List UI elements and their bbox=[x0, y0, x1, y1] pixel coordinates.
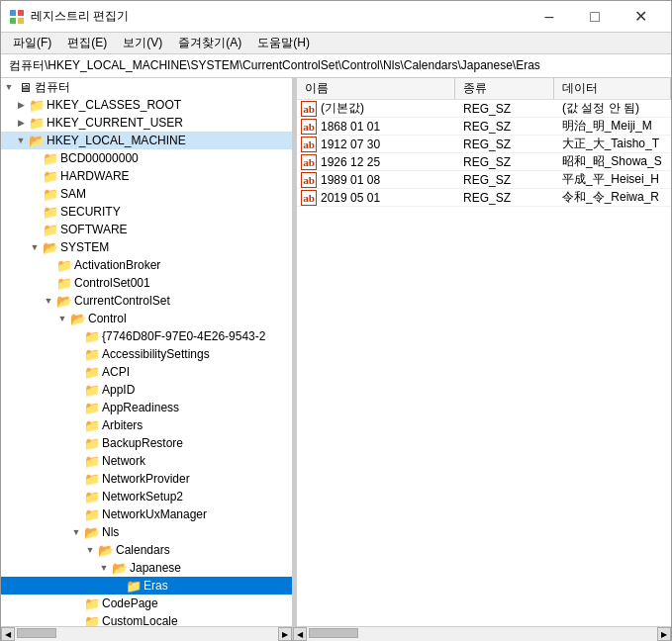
detail-cell-data: 大正_大_Taisho_T bbox=[554, 136, 671, 152]
expand-system[interactable]: ▼ bbox=[29, 241, 41, 253]
tree-label-nls: Nls bbox=[102, 525, 119, 539]
folder-appreadiness-icon: 📁 bbox=[84, 400, 100, 415]
tree-item-japanese[interactable]: ▼ 📂 Japanese bbox=[1, 559, 292, 577]
menu-view[interactable]: 보기(V) bbox=[115, 33, 170, 53]
expand-hklm[interactable]: ▼ bbox=[15, 135, 27, 146]
menu-edit[interactable]: 편집(E) bbox=[59, 33, 115, 53]
tree-item-appid[interactable]: 📁 AppID bbox=[1, 381, 292, 399]
tree-item-arbiters[interactable]: 📁 Arbiters bbox=[1, 416, 292, 434]
svg-rect-0 bbox=[10, 10, 16, 16]
tree-item-network[interactable]: 📁 Network bbox=[1, 452, 292, 470]
tree-scroll-thumb[interactable] bbox=[17, 628, 56, 638]
detail-row[interactable]: ab 1912 07 30 REG_SZ 大正_大_Taisho_T bbox=[297, 136, 671, 153]
menu-favorites[interactable]: 즐겨찾기(A) bbox=[170, 33, 249, 53]
expand-nls[interactable]: ▼ bbox=[70, 526, 82, 538]
tree-item-cset001[interactable]: 📁 ControlSet001 bbox=[1, 274, 292, 292]
minimize-button[interactable]: – bbox=[527, 1, 572, 33]
tree-item-bcd[interactable]: 📁 BCD00000000 bbox=[1, 149, 292, 167]
expand-ccs[interactable]: ▼ bbox=[43, 295, 54, 307]
folder-japanese-icon: 📂 bbox=[112, 560, 128, 576]
detail-cell-type: REG_SZ bbox=[455, 120, 554, 134]
detail-scroll-right[interactable]: ▶ bbox=[657, 627, 671, 641]
tree-scroll[interactable]: ▼ 🖥 컴퓨터 ▶ 📁 HKEY_CLASSES_ROOT ▶ 📁 HKEY_C… bbox=[1, 78, 292, 626]
tree-item-actbroker[interactable]: 📁 ActivationBroker bbox=[1, 256, 292, 274]
tree-label-hkcu: HKEY_CURRENT_USER bbox=[47, 116, 183, 130]
registry-editor-window: 레지스트리 편집기 – □ ✕ 파일(F) 편집(E) 보기(V) 즐겨찾기(A… bbox=[0, 0, 672, 641]
tree-scroll-track[interactable] bbox=[15, 627, 278, 641]
detail-row[interactable]: ab (기본값) REG_SZ (값 설정 안 됨) bbox=[297, 100, 671, 118]
tree-item-hardware[interactable]: 📁 HARDWARE bbox=[1, 167, 292, 185]
expand-calendars[interactable]: ▼ bbox=[84, 544, 96, 556]
folder-system-icon: 📂 bbox=[43, 239, 58, 255]
tree-label-hardware: HARDWARE bbox=[60, 169, 130, 183]
detail-cell-name: (기본값) bbox=[321, 100, 364, 117]
folder-nls-icon: 📂 bbox=[84, 524, 100, 540]
detail-row[interactable]: ab 1868 01 01 REG_SZ 明治_明_Meiji_M bbox=[297, 118, 671, 136]
col-header-name[interactable]: 이름 bbox=[297, 78, 455, 99]
detail-cell-data: 平成_平_Heisei_H bbox=[554, 171, 671, 188]
reg-value-icon: ab bbox=[301, 190, 317, 206]
detail-row[interactable]: ab 1989 01 08 REG_SZ 平成_平_Heisei_H bbox=[297, 171, 671, 189]
detail-scroll-track[interactable] bbox=[307, 627, 657, 641]
menu-file[interactable]: 파일(F) bbox=[5, 33, 59, 53]
tree-item-ccs[interactable]: ▼ 📂 CurrentControlSet bbox=[1, 292, 292, 310]
window-title: 레지스트리 편집기 bbox=[31, 8, 527, 25]
detail-scroll-thumb[interactable] bbox=[309, 628, 358, 638]
detail-scroll[interactable]: ab (기본값) REG_SZ (값 설정 안 됨) ab 1868 01 01… bbox=[297, 100, 671, 626]
folder-bcd-icon: 📁 bbox=[43, 150, 58, 166]
tree-item-networkuxmgr[interactable]: 📁 NetworkUxManager bbox=[1, 505, 292, 523]
tree-item-hklm[interactable]: ▼ 📂 HKEY_LOCAL_MACHINE bbox=[1, 132, 292, 149]
tree-item-nls[interactable]: ▼ 📂 Nls bbox=[1, 523, 292, 541]
tree-item-customlocale[interactable]: 📁 CustomLocale bbox=[1, 612, 292, 626]
tree-label-hklm: HKEY_LOCAL_MACHINE bbox=[47, 134, 186, 147]
tree-item-acpi[interactable]: 📁 ACPI bbox=[1, 363, 292, 381]
close-button[interactable]: ✕ bbox=[618, 1, 663, 33]
expand-hkcr[interactable]: ▶ bbox=[15, 99, 27, 111]
maximize-button[interactable]: □ bbox=[572, 1, 618, 33]
horizontal-scrollbars: ◀ ▶ ◀ ▶ bbox=[1, 626, 671, 640]
tree-item-system[interactable]: ▼ 📂 SYSTEM bbox=[1, 238, 292, 256]
tree-item-computer[interactable]: ▼ 🖥 컴퓨터 bbox=[1, 78, 292, 96]
detail-panel: 이름 종류 데이터 ab (기본값) REG_SZ (값 설정 안 됨) ab … bbox=[297, 78, 671, 626]
expand-control[interactable]: ▼ bbox=[56, 313, 68, 324]
col-header-data[interactable]: 데이터 bbox=[554, 78, 671, 99]
app-icon bbox=[9, 9, 25, 25]
tree-label-7746d: {7746D80F-97E0-4E26-9543-2 bbox=[102, 329, 265, 343]
detail-row[interactable]: ab 1926 12 25 REG_SZ 昭和_昭_Showa_S bbox=[297, 153, 671, 171]
tree-item-accessset[interactable]: 📁 AccessibilitySettings bbox=[1, 345, 292, 363]
tree-label-cset001: ControlSet001 bbox=[74, 276, 150, 290]
expand-computer[interactable]: ▼ bbox=[3, 81, 15, 93]
tree-scroll-left[interactable]: ◀ bbox=[1, 627, 15, 641]
tree-label-ccs: CurrentControlSet bbox=[74, 294, 170, 308]
tree-item-security[interactable]: 📁 SECURITY bbox=[1, 203, 292, 221]
tree-item-control[interactable]: ▼ 📂 Control bbox=[1, 310, 292, 327]
tree-item-hkcu[interactable]: ▶ 📁 HKEY_CURRENT_USER bbox=[1, 114, 292, 132]
tree-item-sam[interactable]: 📁 SAM bbox=[1, 185, 292, 203]
folder-appid-icon: 📁 bbox=[84, 382, 100, 398]
tree-item-7746d[interactable]: 📁 {7746D80F-97E0-4E26-9543-2 bbox=[1, 327, 292, 345]
tree-item-codepage[interactable]: 📁 CodePage bbox=[1, 595, 292, 612]
detail-scroll-left[interactable]: ◀ bbox=[293, 627, 307, 641]
tree-item-software[interactable]: 📁 SOFTWARE bbox=[1, 221, 292, 238]
tree-item-calendars[interactable]: ▼ 📂 Calendars bbox=[1, 541, 292, 559]
menu-help[interactable]: 도움말(H) bbox=[249, 33, 318, 53]
folder-accessset-icon: 📁 bbox=[84, 346, 100, 362]
tree-label-accessset: AccessibilitySettings bbox=[102, 347, 210, 361]
tree-item-hkcr[interactable]: ▶ 📁 HKEY_CLASSES_ROOT bbox=[1, 96, 292, 114]
tree-label-arbiters: Arbiters bbox=[102, 418, 143, 432]
detail-row[interactable]: ab 2019 05 01 REG_SZ 令和_令_Reiwa_R bbox=[297, 189, 671, 207]
expand-hkcu[interactable]: ▶ bbox=[15, 117, 27, 129]
tree-item-networksetup2[interactable]: 📁 NetworkSetup2 bbox=[1, 488, 292, 505]
tree-label-sam: SAM bbox=[60, 187, 86, 201]
tree-label-hkcr: HKEY_CLASSES_ROOT bbox=[47, 98, 181, 112]
expand-japanese[interactable]: ▼ bbox=[98, 562, 110, 574]
tree-item-backuprestore[interactable]: 📁 BackupRestore bbox=[1, 434, 292, 452]
tree-label-japanese: Japanese bbox=[130, 561, 181, 575]
tree-item-networkprovider[interactable]: 📁 NetworkProvider bbox=[1, 470, 292, 488]
tree-item-eras[interactable]: 📁 Eras bbox=[1, 577, 292, 595]
col-header-type[interactable]: 종류 bbox=[455, 78, 554, 99]
tree-scroll-right[interactable]: ▶ bbox=[278, 627, 292, 641]
detail-cell-type: REG_SZ bbox=[455, 155, 554, 169]
tree-label-calendars: Calendars bbox=[116, 543, 170, 557]
tree-item-appreadiness[interactable]: 📁 AppReadiness bbox=[1, 399, 292, 416]
